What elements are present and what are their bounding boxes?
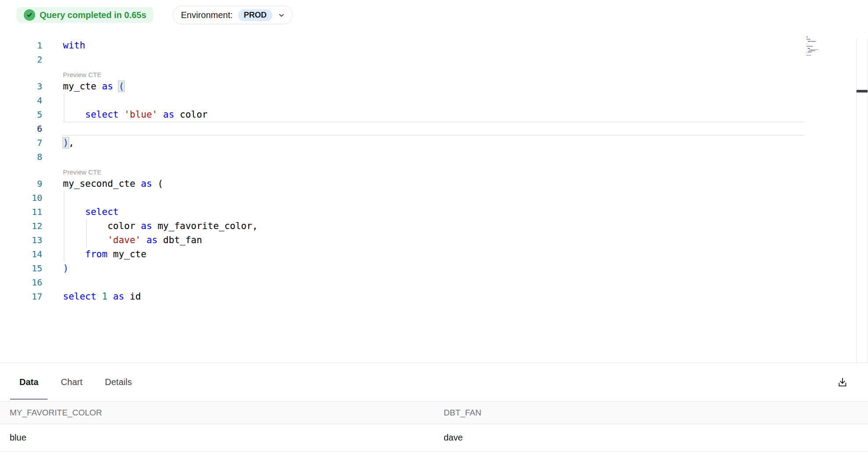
environment-label: Environment: [181, 10, 233, 20]
query-status-text: Query completed in 0.65s [40, 10, 146, 20]
code-line-content[interactable]: my_second_cte as ( [63, 177, 804, 191]
code-line-content[interactable]: from my_cte [63, 247, 804, 261]
column-header: MY_FAVORITE_COLOR [0, 408, 434, 418]
tab-details[interactable]: Details [96, 363, 141, 401]
code-line-content[interactable] [63, 191, 804, 205]
code-line[interactable]: 2 [0, 52, 856, 67]
results-header-row: MY_FAVORITE_COLORDBT_FAN [0, 401, 868, 424]
download-icon [837, 377, 848, 388]
code-line-content[interactable]: select [63, 205, 804, 219]
code-line[interactable]: 13 'dave' as dbt_fan [0, 233, 856, 247]
line-number: 13 [0, 233, 42, 247]
line-number: 9 [0, 177, 42, 191]
chevron-down-icon [278, 11, 285, 19]
code-line[interactable]: 6 [0, 122, 856, 136]
indent-guide [64, 205, 64, 219]
code-line[interactable]: 5 select 'blue' as color [0, 107, 856, 122]
line-number: 1 [0, 38, 42, 52]
line-number: 17 [0, 289, 42, 304]
line-number: 7 [0, 136, 42, 150]
results-tabs: Data Chart Details [0, 363, 868, 401]
tab-chart[interactable]: Chart [51, 363, 92, 401]
indent-guide [64, 93, 64, 107]
download-button[interactable] [833, 373, 852, 392]
minimap[interactable] [806, 37, 821, 56]
indent-guide [64, 107, 64, 122]
column-header: DBT_FAN [434, 408, 868, 418]
query-editor-app: Query completed in 0.65s Environment: PR… [0, 0, 868, 452]
code-line-content[interactable]: color as my_favorite_color, [63, 219, 804, 233]
environment-value-pill: PROD [238, 9, 272, 21]
sql-editor[interactable]: 1with2Preview CTE3my_cte as (45 select '… [0, 31, 856, 363]
code-line-content[interactable]: with [63, 38, 804, 52]
line-number: 16 [0, 275, 42, 289]
code-line[interactable]: 3my_cte as ( [0, 79, 856, 93]
code-line[interactable]: 7), [0, 136, 856, 150]
code-line[interactable]: 11 select [0, 205, 856, 219]
line-number: 15 [0, 261, 42, 275]
table-row: bluedave [0, 424, 868, 452]
results-body: bluedave [0, 424, 868, 452]
code-line[interactable]: 12 color as my_favorite_color, [0, 219, 856, 233]
code-line-content[interactable]: select 'blue' as color [63, 107, 804, 122]
line-number: 5 [0, 107, 42, 122]
table-cell: dave [434, 433, 868, 443]
code-line-content[interactable]: 'dave' as dbt_fan [63, 233, 804, 247]
table-cell: blue [0, 433, 434, 443]
line-number: 2 [0, 52, 42, 67]
line-number: 14 [0, 247, 42, 261]
code-line-content[interactable] [63, 150, 804, 164]
code-line[interactable]: 15) [0, 261, 856, 275]
indent-guide [64, 219, 64, 233]
code-line-content[interactable] [63, 122, 804, 136]
success-check-icon [24, 9, 35, 21]
indent-guide [64, 247, 64, 261]
right-rail [856, 39, 868, 363]
line-number: 3 [0, 79, 42, 93]
indent-guide [64, 191, 64, 205]
code-line-content[interactable] [63, 93, 804, 107]
code-line-content[interactable]: ) [63, 261, 804, 275]
code-line-content[interactable] [63, 52, 804, 67]
indent-guide [64, 233, 64, 247]
code-line[interactable]: 16 [0, 275, 856, 289]
line-number: 10 [0, 191, 42, 205]
indent-guide [86, 233, 87, 247]
results-panel: Data Chart Details MY_FAVORITE_COLORDBT_… [0, 363, 868, 452]
code-line[interactable]: 4 [0, 93, 856, 107]
line-number: 6 [0, 122, 42, 136]
code-line-content[interactable]: select 1 as id [63, 289, 804, 304]
preview-cte-codelens[interactable]: Preview CTE [0, 164, 856, 177]
code-line-content[interactable]: my_cte as ( [63, 79, 804, 93]
toolbar: Query completed in 0.65s Environment: PR… [0, 0, 868, 31]
code-lines: 1with2Preview CTE3my_cte as (45 select '… [0, 38, 856, 304]
preview-cte-codelens[interactable]: Preview CTE [0, 67, 856, 79]
line-number: 11 [0, 205, 42, 219]
code-line[interactable]: 1with [0, 38, 856, 52]
code-line[interactable]: 9my_second_cte as ( [0, 177, 856, 191]
code-line[interactable]: 8 [0, 150, 856, 164]
code-line[interactable]: 10 [0, 191, 856, 205]
indent-guide [86, 219, 87, 233]
line-number: 12 [0, 219, 42, 233]
tab-data[interactable]: Data [10, 363, 48, 401]
code-line[interactable]: 14 from my_cte [0, 247, 856, 261]
code-line-content[interactable] [63, 275, 804, 289]
line-number: 8 [0, 150, 42, 164]
environment-selector[interactable]: Environment: PROD [173, 6, 293, 24]
panel-resize-handle[interactable] [857, 90, 868, 93]
query-status-badge: Query completed in 0.65s [17, 7, 153, 23]
code-line[interactable]: 17select 1 as id [0, 289, 856, 304]
code-line-content[interactable]: ), [63, 136, 804, 150]
line-number: 4 [0, 93, 42, 107]
